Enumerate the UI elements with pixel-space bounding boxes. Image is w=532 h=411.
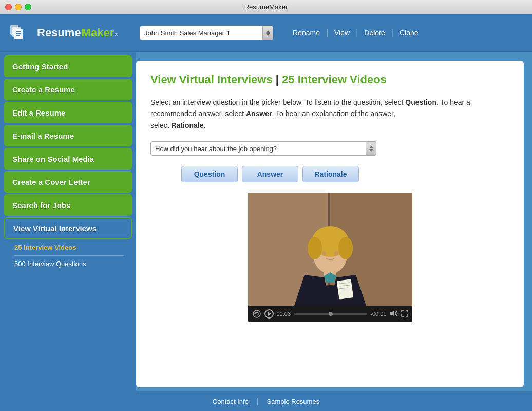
resume-selector: John Smith Sales Manager 1 — [140, 26, 273, 40]
sidebar-item-share-social[interactable]: Share on Social Media — [4, 148, 132, 170]
header-actions: Rename | View | Delete | Clone — [288, 27, 424, 39]
sidebar-item-create-resume[interactable]: Create a Resume — [4, 79, 132, 100]
logo-icon — [8, 21, 33, 45]
play-button[interactable] — [264, 309, 274, 319]
titlebar: ResumeMaker — [0, 0, 532, 14]
contact-info-link[interactable]: Contact Info — [204, 398, 257, 405]
fullscreen-icon — [401, 310, 408, 317]
sidebar-item-edit-resume[interactable]: Edit a Resume — [4, 102, 132, 123]
arrow-down-icon — [266, 33, 270, 36]
svg-point-12 — [338, 237, 353, 259]
sidebar-item-getting-started[interactable]: Getting Started — [4, 55, 132, 77]
remaining-time: -00:01 — [370, 311, 386, 317]
sidebar: Getting Started Create a Resume Edit a R… — [0, 52, 136, 391]
current-time: 00:03 — [277, 311, 291, 317]
q-arrow-down-icon — [369, 149, 373, 152]
q-arrow-up-icon — [369, 146, 373, 148]
answer-button[interactable]: Answer — [242, 166, 298, 182]
sidebar-item-search-jobs[interactable]: Search for Jobs — [4, 194, 132, 216]
sidebar-sub-25-videos[interactable]: 25 Interview Videos — [14, 242, 124, 252]
volume-icon — [390, 310, 398, 317]
fullscreen-button[interactable] — [401, 310, 408, 319]
video-thumbnail — [248, 193, 412, 306]
description-text: Select an interview question in the pick… — [150, 97, 509, 131]
svg-point-13 — [322, 251, 326, 256]
play-icon — [268, 312, 271, 316]
separator-2: | — [355, 28, 359, 38]
delete-button[interactable]: Delete — [359, 27, 390, 39]
question-button[interactable]: Question — [181, 166, 238, 182]
replay-icon — [252, 309, 261, 319]
svg-marker-21 — [390, 310, 394, 316]
svg-marker-20 — [254, 313, 255, 315]
video-controls: 00:03 -00:01 — [248, 306, 412, 322]
clone-button[interactable]: Clone — [394, 27, 424, 39]
svg-rect-15 — [336, 279, 353, 300]
content-area: Getting Started Create a Resume Edit a R… — [0, 52, 532, 391]
question-select[interactable]: How did you hear about the job opening? — [150, 141, 366, 156]
logo-text: Resume Maker ® — [37, 26, 118, 40]
sidebar-sub-menu: 25 Interview Videos 500 Interview Questi… — [4, 240, 132, 270]
volume-button[interactable] — [390, 310, 398, 319]
sidebar-item-email-resume[interactable]: E-mail a Resume — [4, 125, 132, 146]
app-container: Resume Maker ® John Smith Sales Manager … — [0, 14, 532, 411]
window-title: ResumeMaker — [244, 3, 288, 11]
svg-point-11 — [308, 237, 322, 259]
view-button[interactable]: View — [329, 27, 355, 39]
progress-dot — [329, 312, 333, 316]
video-background — [248, 193, 412, 306]
footer: Contact Info | Sample Resumes — [0, 391, 532, 411]
minimize-button[interactable] — [15, 4, 22, 10]
header-bar: Resume Maker ® John Smith Sales Manager … — [0, 14, 532, 52]
sidebar-sub-500-questions[interactable]: 500 Interview Questions — [14, 259, 124, 269]
logo-area: Resume Maker ® — [8, 21, 131, 45]
main-content-bg: View Virtual Interviews | 25 Interview V… — [136, 52, 532, 391]
sub-divider — [14, 255, 124, 256]
resume-dropdown[interactable]: John Smith Sales Manager 1 — [140, 26, 263, 40]
separator-1: | — [325, 28, 329, 38]
main-panel: View Virtual Interviews | 25 Interview V… — [136, 61, 524, 387]
action-buttons: Question Answer Rationale — [150, 166, 509, 182]
video-player: 00:03 -00:01 — [248, 193, 412, 322]
maximize-button[interactable] — [25, 4, 31, 10]
window-controls — [5, 4, 31, 10]
question-picker-row: How did you hear about the job opening? — [150, 141, 509, 156]
progress-bar[interactable] — [294, 313, 367, 315]
main-title: View Virtual Interviews | 25 Interview V… — [150, 73, 509, 86]
arrow-up-icon — [266, 30, 270, 33]
replay-button[interactable] — [252, 309, 261, 319]
question-select-arrow[interactable] — [366, 141, 376, 156]
sample-resumes-link[interactable]: Sample Resumes — [259, 398, 328, 405]
rename-button[interactable]: Rename — [288, 27, 325, 39]
rationale-button[interactable]: Rationale — [302, 166, 359, 182]
sidebar-item-virtual-interviews[interactable]: View Virtual Interviews — [4, 217, 132, 239]
separator-3: | — [390, 28, 394, 38]
svg-point-14 — [334, 251, 338, 256]
dropdown-arrow[interactable] — [263, 26, 273, 40]
sidebar-item-create-cover[interactable]: Create a Cover Letter — [4, 171, 132, 193]
close-button[interactable] — [5, 4, 12, 10]
